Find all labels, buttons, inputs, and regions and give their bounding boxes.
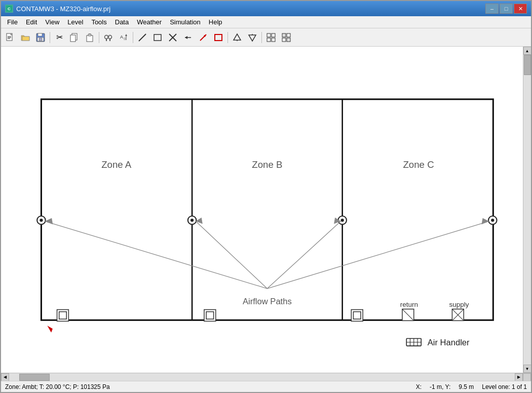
menu-bar: File Edit View Level Tools Data Weather … <box>1 16 531 28</box>
svg-rect-73 <box>206 312 214 319</box>
minimize-button[interactable]: – <box>485 4 499 14</box>
svg-text:Airflow Paths: Airflow Paths <box>243 297 292 306</box>
scroll-track-horizontal <box>9 373 515 381</box>
red-arrow-button[interactable] <box>196 30 210 45</box>
separator-2 <box>99 32 99 43</box>
maximize-button[interactable]: □ <box>500 4 513 14</box>
main-area: Zone A Zone B Zone C <box>1 47 531 373</box>
vertical-scrollbar: ▲ ▼ <box>523 47 531 373</box>
status-coordinates: X: -1 m, Y: 9.5 m Level one: 1 of 1 <box>416 383 527 390</box>
app-icon: C <box>5 5 13 13</box>
arrow-left-button[interactable] <box>181 30 195 45</box>
red-box-button[interactable] <box>211 30 225 45</box>
svg-rect-14 <box>87 35 93 42</box>
scroll-thumb-horizontal[interactable] <box>19 374 50 381</box>
svg-rect-16 <box>89 33 91 34</box>
svg-rect-27 <box>154 34 161 41</box>
svg-text:Zone A: Zone A <box>101 159 132 170</box>
svg-rect-13 <box>70 35 75 42</box>
menu-help[interactable]: Help <box>205 17 226 27</box>
scroll-right-button[interactable]: ▶ <box>515 373 523 381</box>
svg-marker-37 <box>249 35 256 41</box>
svg-text:supply: supply <box>449 301 469 308</box>
separator-4 <box>227 32 228 43</box>
menu-tools[interactable]: Tools <box>87 17 110 27</box>
menu-data[interactable]: Data <box>111 17 133 27</box>
svg-rect-45 <box>282 38 286 42</box>
window-controls: – □ ✕ <box>485 4 527 14</box>
menu-weather[interactable]: Weather <box>133 17 166 27</box>
svg-rect-71 <box>59 312 67 319</box>
svg-rect-7 <box>22 37 29 41</box>
line-tool-button[interactable] <box>135 30 149 45</box>
svg-rect-41 <box>267 38 271 42</box>
svg-text:Zone C: Zone C <box>403 159 434 170</box>
bottom-area: ◀ ▶ Zone: Ambt; T: 20.00 °C; P: 101325 P… <box>1 373 531 392</box>
menu-view[interactable]: View <box>41 17 63 27</box>
menu-level[interactable]: Level <box>63 17 87 27</box>
menu-simulation[interactable]: Simulation <box>166 17 205 27</box>
new-button[interactable] <box>3 30 17 45</box>
svg-rect-44 <box>287 33 290 37</box>
svg-rect-11 <box>39 38 42 41</box>
svg-text:return: return <box>400 301 418 308</box>
canvas-svg: Zone A Zone B Zone C <box>1 47 523 373</box>
rect-tool-button[interactable] <box>150 30 165 45</box>
grid1-button[interactable] <box>264 30 278 45</box>
title-bar: C CONTAMW3 - MZ320-airflow.prj – □ ✕ <box>1 1 531 16</box>
scroll-track-vertical <box>523 55 531 365</box>
svg-rect-75 <box>353 312 361 319</box>
move-up-button[interactable] <box>230 30 244 45</box>
save-button[interactable] <box>33 30 48 45</box>
scroll-left-button[interactable]: ◀ <box>1 373 9 381</box>
status-y-value: 9.5 m <box>459 383 474 390</box>
diagonal-tool-button[interactable] <box>166 30 180 45</box>
svg-text:Air Handler: Air Handler <box>428 338 470 347</box>
scroll-up-button[interactable]: ▲ <box>523 47 531 55</box>
separator-3 <box>133 32 133 43</box>
svg-marker-35 <box>234 34 241 40</box>
status-x-label: X: <box>416 383 422 390</box>
find-button[interactable] <box>101 30 116 45</box>
open-button[interactable] <box>18 30 32 45</box>
scroll-thumb-vertical[interactable] <box>524 55 531 75</box>
horizontal-scrollbar: ◀ ▶ <box>1 373 531 381</box>
scroll-down-button[interactable]: ▼ <box>523 365 531 373</box>
close-button[interactable]: ✕ <box>514 4 527 14</box>
svg-rect-46 <box>287 38 290 42</box>
svg-rect-40 <box>272 33 275 37</box>
svg-point-54 <box>40 219 43 222</box>
canvas-area[interactable]: Zone A Zone B Zone C <box>1 47 523 373</box>
status-zone-info: Zone: Ambt; T: 20.00 °C; P: 101325 Pa <box>5 383 416 390</box>
svg-text:C: C <box>8 7 11 11</box>
scrollbar-corner <box>523 373 531 381</box>
svg-marker-25 <box>125 34 127 36</box>
main-window: C CONTAMW3 - MZ320-airflow.prj – □ ✕ Fil… <box>0 0 532 393</box>
arrange-button[interactable]: A B <box>117 30 131 45</box>
svg-point-60 <box>491 219 494 222</box>
svg-point-58 <box>341 219 344 222</box>
separator-1 <box>50 32 50 43</box>
copy-button[interactable] <box>67 30 82 45</box>
separator-5 <box>261 32 262 43</box>
svg-rect-34 <box>215 34 222 41</box>
status-level: Level one: 1 of 1 <box>482 383 527 390</box>
paste-button[interactable] <box>83 30 97 45</box>
status-xy-value: -1 m, Y: <box>430 383 450 390</box>
cut-button[interactable]: ✂ <box>52 30 66 45</box>
svg-rect-43 <box>282 33 286 37</box>
svg-rect-42 <box>272 38 275 42</box>
menu-edit[interactable]: Edit <box>22 17 41 27</box>
svg-text:Zone B: Zone B <box>252 159 282 170</box>
menu-file[interactable]: File <box>3 17 22 27</box>
svg-line-26 <box>139 34 146 41</box>
svg-text:A: A <box>120 34 123 40</box>
grid2-button[interactable] <box>279 30 293 45</box>
svg-rect-9 <box>38 33 42 36</box>
move-down-button[interactable] <box>245 30 259 45</box>
toolbar: ✂ <box>1 28 531 47</box>
status-bar: Zone: Ambt; T: 20.00 °C; P: 101325 Pa X:… <box>1 381 531 392</box>
svg-text:B: B <box>124 37 126 41</box>
svg-rect-47 <box>41 99 493 320</box>
svg-point-56 <box>191 219 194 222</box>
